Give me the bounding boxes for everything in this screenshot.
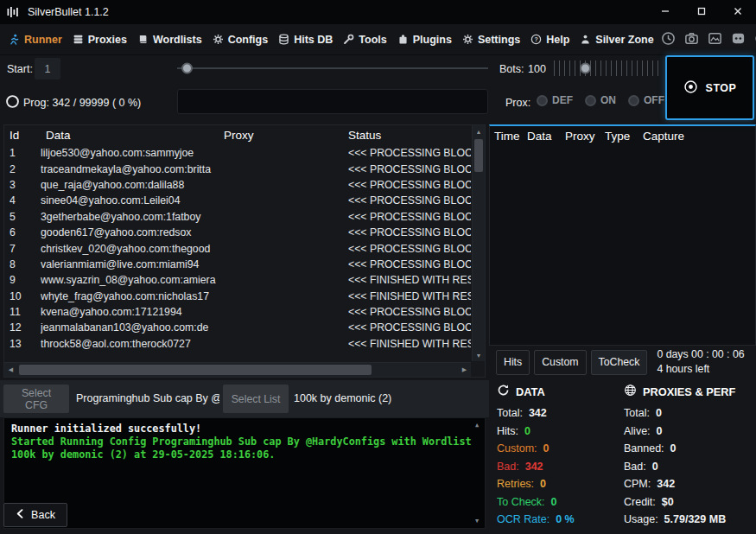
- table-row[interactable]: 1liljoe530@yahoo.com:sammyjoe<<< PROCESS…: [4, 145, 471, 161]
- prox-option-on[interactable]: ON: [585, 94, 616, 106]
- select-cfg-button[interactable]: Select CFG: [3, 385, 69, 413]
- prox-toggle-group: DEFONOFF: [537, 94, 664, 106]
- silver-zone-icon: [580, 34, 591, 45]
- bots-slider[interactable]: [554, 59, 658, 78]
- nav-item-plugins[interactable]: Plugins: [392, 24, 457, 55]
- tab-hits[interactable]: Hits: [496, 350, 530, 375]
- table-row[interactable]: 13throck58@aol.com:therock0727<<< FINISH…: [4, 336, 471, 352]
- column-header-data[interactable]: Data: [46, 129, 224, 142]
- gallery-button[interactable]: [706, 30, 725, 49]
- start-slider[interactable]: [177, 60, 488, 76]
- stat-label: CPM:: [624, 478, 651, 490]
- table-row[interactable]: 12jeanmalabanan103@yahoo.com:de<<< PROCE…: [4, 320, 471, 335]
- nav-item-help[interactable]: ?Help: [525, 24, 575, 55]
- svg-text:?: ?: [535, 36, 538, 42]
- nav-item-settings[interactable]: Settings: [457, 24, 525, 55]
- slider-thumb[interactable]: [580, 63, 591, 74]
- column-header-capture[interactable]: Capture: [643, 130, 684, 143]
- scrollbar-thumb[interactable]: [19, 365, 372, 375]
- table-row[interactable]: 6gooden617@yahoo.com:redsox<<< PROCESSIN…: [4, 225, 471, 240]
- stop-button[interactable]: STOP: [665, 55, 754, 120]
- camera-button[interactable]: [683, 30, 702, 49]
- tab-tocheck[interactable]: ToCheck: [591, 350, 648, 375]
- titlebar[interactable]: SilverBullet 1.1.2: [0, 0, 756, 24]
- column-header-proxy[interactable]: Proxy: [224, 129, 348, 142]
- wordlists-icon: [137, 34, 149, 45]
- scroll-left-icon[interactable]: [4, 363, 17, 377]
- stat-value: 0: [551, 496, 557, 508]
- progress-label: Prog:: [23, 97, 49, 109]
- stat-credit-: Credit:$0: [624, 496, 753, 508]
- scroll-down-icon[interactable]: [473, 349, 485, 361]
- back-button-label: Back: [31, 509, 55, 521]
- results-panel: IdDataProxyStatus 1liljoe530@yahoo.com:s…: [3, 124, 486, 378]
- log-scroll-down-icon[interactable]: [472, 516, 482, 526]
- nav-item-hits-db[interactable]: Hits DB: [273, 24, 338, 55]
- stat-banned-: Banned:0: [624, 442, 753, 455]
- scroll-right-icon[interactable]: [458, 363, 471, 377]
- table-row[interactable]: 8valerianmiami@live.com:miami94<<< PROCE…: [4, 257, 471, 272]
- select-list-button[interactable]: Select List: [223, 385, 289, 413]
- scrollbar-thumb[interactable]: [474, 139, 483, 172]
- table-row[interactable]: 9www.syazrin_08@yahoo.com:amiera<<< FINI…: [4, 272, 471, 288]
- nav-item-tools[interactable]: Tools: [338, 24, 391, 55]
- radio-icon: [585, 95, 596, 106]
- column-header-time[interactable]: Time: [494, 130, 527, 143]
- slider-thumb[interactable]: [181, 63, 193, 74]
- stat-retries-: Retries:0: [497, 478, 622, 490]
- table-row[interactable]: 53getherbabe@yahoo.com:1fatboy<<< PROCES…: [4, 209, 471, 225]
- prox-option-off[interactable]: OFF: [628, 94, 664, 106]
- history-button[interactable]: [659, 30, 678, 49]
- stat-label: Retries:: [497, 478, 534, 490]
- nav-item-runner[interactable]: Runner: [3, 24, 67, 55]
- prox-option-def[interactable]: DEF: [537, 94, 573, 106]
- close-button[interactable]: [720, 0, 756, 24]
- nav-item-label: Runner: [24, 34, 62, 46]
- table-row[interactable]: 2traceandmekayla@yahoo.com:britta<<< PRO…: [4, 161, 471, 176]
- scroll-up-icon[interactable]: [473, 125, 485, 137]
- gallery-icon: [708, 31, 722, 48]
- stat-label: Bad:: [497, 461, 519, 473]
- nav-item-proxies[interactable]: Proxies: [67, 24, 132, 55]
- column-header-id[interactable]: Id: [10, 129, 46, 142]
- maximize-icon: [696, 6, 707, 19]
- log-scroll-up-icon[interactable]: [472, 420, 482, 430]
- column-header-data[interactable]: Data: [527, 130, 565, 143]
- nav-item-silver-zone[interactable]: Silver Zone: [575, 24, 658, 55]
- stat-cpm-: CPM:342: [624, 478, 753, 490]
- column-header-proxy[interactable]: Proxy: [565, 130, 605, 143]
- table-row[interactable]: 4sinee04@yahoo.com:Leilei04<<< PROCESSIN…: [4, 193, 471, 208]
- stat-value: 0: [656, 407, 662, 419]
- table-cell: traceandmekayla@yahoo.com:britta: [41, 163, 224, 175]
- settings-icon: [462, 34, 473, 45]
- stat-bad-: Bad:0: [624, 461, 753, 473]
- table-row[interactable]: 3que_raja@yahoo.com:dalila88<<< PROCESSI…: [4, 177, 471, 193]
- log-area[interactable]: Runner initialized succesfully!Started R…: [3, 417, 486, 529]
- back-button[interactable]: Back: [3, 503, 67, 527]
- table-row[interactable]: 7christkev_020@yahoo.com:thegood<<< PROC…: [4, 240, 471, 256]
- start-input[interactable]: [35, 58, 60, 79]
- nav-item-wordlists[interactable]: Wordlists: [132, 24, 207, 55]
- stat-label: Hits:: [497, 425, 518, 437]
- proxies-icon: [73, 34, 84, 45]
- config-bar: Select CFG Programinghub Sub cap By @H..…: [0, 380, 489, 417]
- discord-button[interactable]: [729, 30, 748, 49]
- table-cell: christkev_020@yahoo.com:thegood: [41, 243, 224, 255]
- table-cell: <<< PROCESSING BLOC: [348, 194, 471, 207]
- tab-custom[interactable]: Custom: [534, 350, 586, 375]
- nav-item-configs[interactable]: Configs: [207, 24, 274, 55]
- table-row[interactable]: 10whyte_frag@yahoo.com:nicholas17<<< FIN…: [4, 289, 471, 304]
- table-cell: gooden617@yahoo.com:redsox: [41, 226, 224, 238]
- table-row[interactable]: 11kvena@yahoo.com:17121994<<< PROCESSING…: [4, 304, 471, 320]
- horizontal-scrollbar[interactable]: [4, 362, 471, 377]
- plugins-icon: [397, 34, 409, 45]
- minimize-button[interactable]: [647, 0, 683, 24]
- column-header-type[interactable]: Type: [605, 130, 643, 143]
- vertical-scrollbar[interactable]: [472, 125, 485, 361]
- progress-value: 342 / 99999 ( 0 %): [52, 97, 141, 109]
- column-header-status[interactable]: Status: [348, 129, 485, 142]
- maximize-button[interactable]: [683, 0, 720, 24]
- telegram-button[interactable]: [753, 30, 756, 49]
- stat-value: 342: [525, 461, 543, 473]
- data-stats-section: DATA Total:342Hits:0Custom:0Bad:342Retri…: [497, 384, 622, 531]
